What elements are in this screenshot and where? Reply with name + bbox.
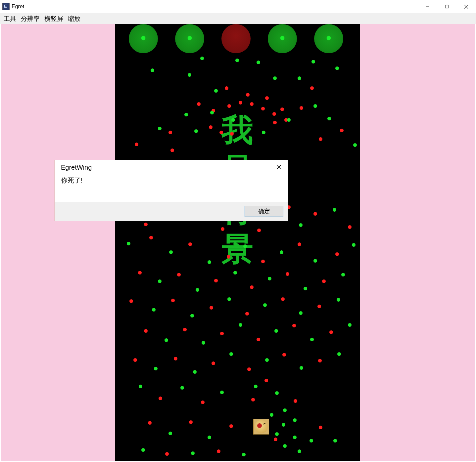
bullet (313, 104, 317, 108)
bullet (310, 86, 314, 90)
bullet (283, 444, 287, 448)
bullet (239, 323, 242, 327)
dialog-close-button[interactable] (271, 161, 286, 173)
bullet (214, 89, 218, 93)
bullet (287, 118, 291, 122)
bullet (231, 118, 235, 122)
bullet (264, 379, 268, 382)
bullet (148, 421, 152, 425)
bullet (257, 229, 261, 232)
player-sprite[interactable] (253, 419, 269, 435)
bullet (189, 420, 193, 424)
bullet (144, 223, 148, 226)
bullet (170, 148, 174, 152)
bullet (280, 107, 284, 111)
bullet (158, 279, 162, 283)
bullet (280, 250, 283, 254)
menu-resolution[interactable]: 分辨率 (20, 14, 40, 24)
bullet (274, 438, 277, 441)
bullet (194, 129, 198, 133)
bullet (169, 250, 173, 254)
bullet (304, 287, 307, 290)
bullet (282, 353, 286, 357)
bullet (144, 329, 148, 333)
bullet (191, 451, 195, 455)
bullet (168, 432, 172, 435)
bullet (298, 242, 301, 246)
bullet (184, 113, 188, 116)
bullet (171, 299, 175, 302)
bullet (337, 352, 341, 356)
enemy-3 (268, 24, 297, 53)
bullet (322, 279, 326, 283)
bullet (127, 242, 130, 245)
bullet (257, 61, 260, 64)
bullet (165, 338, 168, 342)
bullet (282, 423, 285, 427)
bullet (327, 117, 331, 120)
bullet (293, 436, 297, 439)
bullet (300, 106, 303, 110)
bullet (197, 102, 201, 106)
menu-orientation[interactable]: 横竖屏 (44, 14, 64, 24)
enemy-2 (221, 24, 251, 53)
maximize-button[interactable] (437, 0, 456, 13)
bullet (337, 298, 340, 302)
bullet (313, 212, 317, 216)
alert-dialog: EgretWing 你死了! 确定 (55, 160, 288, 221)
game-stage[interactable]: 我是背景 (115, 24, 360, 461)
bullet (149, 236, 153, 239)
bullet (138, 271, 142, 274)
bullet (273, 76, 277, 80)
bullet (286, 272, 289, 276)
bullet (283, 408, 287, 412)
enemy-1 (175, 24, 204, 53)
bullet (250, 285, 254, 289)
bullet (177, 273, 181, 276)
egret-app-icon (2, 3, 10, 10)
bullet (265, 358, 269, 362)
bullet (227, 255, 230, 259)
dialog-ok-button[interactable]: 确定 (245, 206, 283, 217)
bullet (210, 111, 214, 114)
bullet (309, 439, 313, 442)
bullet (319, 137, 322, 141)
bullet (227, 297, 231, 301)
bullet (152, 308, 156, 312)
menu-tools[interactable]: 工具 (3, 14, 17, 24)
bullet (141, 448, 145, 452)
bullet (298, 76, 301, 80)
bullet (299, 311, 303, 315)
bullet (333, 439, 337, 442)
bullet (154, 367, 158, 370)
bullet (208, 260, 211, 264)
bullet (158, 127, 162, 130)
bullet (220, 332, 224, 335)
bullet (129, 299, 133, 303)
titlebar[interactable]: Egret (0, 0, 476, 13)
enemy-4 (314, 24, 343, 53)
bullet (333, 208, 336, 212)
bullet (229, 424, 233, 428)
minimize-button[interactable] (418, 0, 437, 13)
bullet (214, 279, 218, 282)
bullet (174, 357, 177, 360)
bullet (196, 288, 199, 292)
bullet (275, 391, 279, 395)
bullet (233, 271, 237, 274)
bullet (159, 397, 162, 400)
window-title: Egret (12, 4, 24, 10)
close-button[interactable] (456, 0, 476, 13)
bullet (188, 242, 192, 246)
bullet (251, 398, 255, 401)
bullet (300, 366, 303, 370)
bullet (281, 297, 285, 301)
bullet (293, 418, 297, 422)
bullet (135, 143, 138, 146)
bullet (245, 312, 249, 315)
bullet (257, 338, 260, 341)
bullet (311, 60, 315, 63)
svg-rect-1 (446, 5, 449, 8)
menu-scale[interactable]: 缩放 (67, 14, 81, 24)
bullet (329, 330, 333, 334)
